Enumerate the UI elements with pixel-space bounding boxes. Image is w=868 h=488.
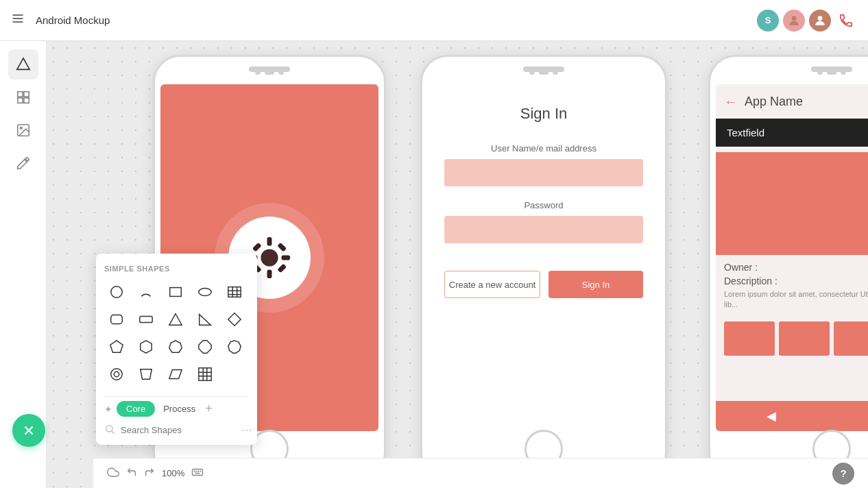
svg-marker-31 <box>169 314 182 326</box>
fab-button[interactable] <box>12 414 45 447</box>
sidebar-btn-shapes[interactable] <box>8 49 38 80</box>
help-button[interactable]: ? <box>832 463 854 485</box>
menu-icon[interactable] <box>11 12 25 29</box>
zoom-level: 100% <box>162 468 184 478</box>
svg-rect-22 <box>170 288 182 297</box>
svg-rect-18 <box>278 243 286 252</box>
shape-arc[interactable] <box>134 280 158 304</box>
phone3-header: ← App Name <box>716 84 868 119</box>
keyboard-icon[interactable] <box>191 466 204 481</box>
password-input[interactable] <box>444 216 643 243</box>
shape-triangle[interactable] <box>163 307 188 332</box>
svg-rect-8 <box>17 98 22 103</box>
search-icon <box>104 424 115 437</box>
svg-point-48 <box>106 426 112 432</box>
shape-pentagon[interactable] <box>104 334 129 359</box>
topbar: Android Mockup S <box>0 0 868 41</box>
sidebar-btn-grid[interactable] <box>8 82 38 112</box>
svg-marker-42 <box>169 370 182 379</box>
tab-process[interactable]: Process <box>159 401 200 417</box>
shape-diamond[interactable] <box>222 307 247 332</box>
phone3-tile-1 <box>724 321 775 356</box>
phone-frame-3: ← App Name Textfield Owner : Description… <box>708 55 868 480</box>
svg-rect-50 <box>193 469 203 475</box>
shape-rounded-rect[interactable] <box>104 307 129 332</box>
shape-octagon[interactable] <box>193 334 217 359</box>
phone2-content: Sign In User Name/e mail address Passwor… <box>428 84 660 431</box>
shape-ellipse[interactable] <box>193 280 217 304</box>
svg-point-11 <box>20 127 22 129</box>
svg-rect-17 <box>253 243 261 252</box>
avatar-pink[interactable] <box>783 10 805 32</box>
tab-core[interactable]: Core <box>117 401 155 417</box>
phone3-title: App Name <box>745 95 803 109</box>
cloud-icon[interactable] <box>107 466 119 481</box>
svg-point-3 <box>792 16 797 21</box>
more-options-icon[interactable]: ⋯ <box>241 424 252 437</box>
shape-table[interactable] <box>222 280 247 304</box>
svg-marker-35 <box>141 341 152 353</box>
svg-rect-9 <box>23 98 28 103</box>
shape-heptagon[interactable] <box>163 334 188 359</box>
shapes-panel: SIMPLE SHAPES <box>96 254 257 445</box>
svg-rect-13 <box>267 238 272 245</box>
svg-marker-32 <box>200 315 211 326</box>
svg-marker-37 <box>199 341 211 353</box>
shape-circle-outline[interactable] <box>104 362 129 387</box>
svg-rect-14 <box>267 270 272 278</box>
phone3-tile-3 <box>834 321 868 356</box>
shapes-search: ⋯ <box>104 424 249 437</box>
phone3-nav-left-icon[interactable]: ◀ <box>767 408 776 424</box>
svg-point-40 <box>111 369 123 380</box>
phone3-nav: ◀ <box>716 401 868 431</box>
svg-marker-41 <box>141 369 152 380</box>
svg-point-4 <box>818 16 823 21</box>
shape-grid[interactable] <box>193 362 217 387</box>
password-group: Password <box>444 200 643 243</box>
shape-circle[interactable] <box>104 280 129 304</box>
svg-rect-29 <box>111 315 123 324</box>
svg-rect-43 <box>199 368 211 380</box>
sidebar-btn-image[interactable] <box>8 115 38 145</box>
shape-parallelogram[interactable] <box>163 362 188 387</box>
svg-rect-6 <box>17 92 22 97</box>
phone3-owner-label: Owner : <box>716 255 868 276</box>
sidebar-btn-draw[interactable] <box>8 148 38 178</box>
back-arrow-icon[interactable]: ← <box>724 94 738 110</box>
shape-rectangle[interactable] <box>163 280 188 304</box>
phone-icon[interactable] <box>835 10 857 32</box>
signin-button[interactable]: Sign In <box>548 271 643 298</box>
shape-right-triangle[interactable] <box>193 307 217 332</box>
shapes-tab-icon[interactable]: ✦ <box>104 404 112 415</box>
svg-line-49 <box>112 431 114 434</box>
undo-icon[interactable] <box>126 467 137 480</box>
phone3-tiles <box>716 317 868 360</box>
shape-nonagon[interactable] <box>222 334 247 359</box>
username-input[interactable] <box>444 159 643 186</box>
username-group: User Name/e mail address <box>444 143 643 186</box>
phone1-dots <box>255 69 284 75</box>
svg-point-21 <box>111 286 123 298</box>
create-account-button[interactable]: Create a new account <box>444 271 540 298</box>
phone3-lorem-text: Lorem ipsum dolor sit amet, consectetur … <box>716 289 868 317</box>
svg-rect-7 <box>23 92 28 97</box>
phone3-textfield[interactable]: Textfield <box>716 119 868 147</box>
tab-add-button[interactable]: + <box>205 402 213 416</box>
svg-point-39 <box>114 371 119 376</box>
shape-trapezoid[interactable] <box>134 362 158 387</box>
avatar-s[interactable]: S <box>757 10 779 32</box>
shape-wide-rect[interactable] <box>134 307 158 332</box>
shapes-tabs: ✦ Core Process + <box>104 396 249 417</box>
password-label: Password <box>444 200 643 210</box>
shape-hexagon[interactable] <box>134 334 158 359</box>
svg-marker-34 <box>110 341 123 352</box>
svg-rect-30 <box>140 316 152 322</box>
app-title: Android Mockup <box>36 14 110 26</box>
search-shapes-input[interactable] <box>121 425 236 435</box>
redo-icon[interactable] <box>144 467 155 480</box>
phone3-content: ← App Name Textfield Owner : Description… <box>716 84 868 431</box>
svg-marker-33 <box>228 313 241 326</box>
avatar-brown[interactable] <box>809 10 831 32</box>
svg-rect-20 <box>278 264 286 272</box>
signin-title: Sign In <box>520 105 568 123</box>
